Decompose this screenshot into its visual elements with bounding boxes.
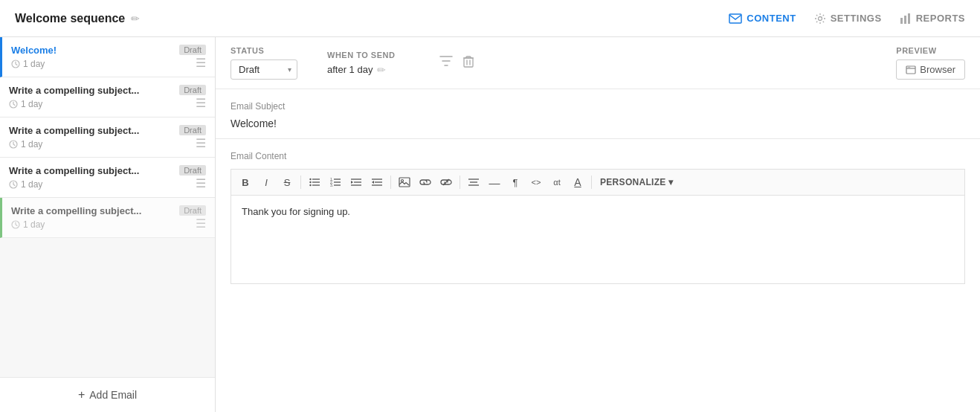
unlink-button[interactable] <box>436 173 456 192</box>
email-item[interactable]: Write a compelling subject... Draft 1 da… <box>0 158 215 198</box>
email-body[interactable]: Thank you for signing up. <box>231 195 965 284</box>
email-item-header: Welcome! Draft <box>11 45 206 56</box>
when-label: WHEN TO SEND <box>327 51 395 59</box>
strikethrough-button[interactable]: S <box>277 173 297 192</box>
italic-button[interactable]: I <box>257 173 276 192</box>
indent-button[interactable] <box>346 173 366 192</box>
hr-button[interactable]: — <box>485 173 504 192</box>
gear-icon <box>814 13 826 25</box>
email-item-header: Write a compelling subject... Draft <box>9 85 206 96</box>
clock-icon <box>9 140 18 149</box>
email-item[interactable]: Welcome! Draft 1 day ☰ <box>0 37 215 77</box>
svg-rect-3 <box>904 16 906 24</box>
code-button[interactable]: <> <box>526 173 546 192</box>
svg-point-14 <box>309 178 311 180</box>
email-item[interactable]: Write a compelling subject... Draft 1 da… <box>0 198 215 238</box>
main-layout: Welcome! Draft 1 day ☰ Write a compellin… <box>0 37 980 412</box>
svg-rect-32 <box>399 178 410 187</box>
link-icon <box>419 178 431 186</box>
draft-badge: Draft <box>179 45 206 55</box>
page-title: Welcome sequence <box>15 12 125 25</box>
subject-section: Email Subject <box>216 89 980 139</box>
drag-handle-icon[interactable]: ☰ <box>196 138 206 149</box>
status-section: STATUS Draft Active Paused ▾ <box>231 46 297 80</box>
bar-chart-icon <box>900 13 912 24</box>
clock-icon <box>9 100 18 109</box>
toolbar-sep-2 <box>390 176 391 189</box>
email-item[interactable]: Write a compelling subject... Draft 1 da… <box>0 118 215 158</box>
outdent-icon <box>372 178 382 187</box>
draft-badge: Draft <box>179 205 206 216</box>
toolbar-sep-1 <box>300 176 301 189</box>
delete-icon[interactable] <box>463 56 474 71</box>
align-icon <box>468 178 479 187</box>
status-select-wrapper: Draft Active Paused ▾ <box>231 59 297 80</box>
email-item-name: Write a compelling subject... <box>9 125 139 136</box>
ul-icon <box>309 178 320 187</box>
content-label: Email Content <box>231 151 965 161</box>
filter-icon[interactable] <box>439 56 453 71</box>
email-item-meta: 1 day <box>9 99 206 109</box>
status-select[interactable]: Draft Active Paused <box>231 59 297 80</box>
draft-badge: Draft <box>179 85 206 95</box>
nav-settings[interactable]: SETTINGS <box>814 13 882 25</box>
plus-icon: + <box>78 388 85 402</box>
personalize-button[interactable]: PERSONALIZE ▾ <box>596 176 677 189</box>
svg-point-1 <box>818 16 822 20</box>
when-value-text: after 1 day <box>327 64 373 75</box>
subject-input[interactable] <box>231 118 965 129</box>
edit-when-icon[interactable]: ✏ <box>377 64 386 76</box>
special-chars-button[interactable]: αt <box>547 173 567 192</box>
add-email-label: Add Email <box>89 389 137 401</box>
sidebar: Welcome! Draft 1 day ☰ Write a compellin… <box>0 37 216 412</box>
edit-title-icon[interactable]: ✏ <box>131 13 140 25</box>
svg-rect-0 <box>729 14 741 23</box>
unlink-icon <box>440 178 452 186</box>
toolbar-sep-3 <box>460 176 460 189</box>
preview-browser-button[interactable]: Browser <box>896 59 965 80</box>
drag-handle-icon[interactable]: ☰ <box>196 178 206 190</box>
align-button[interactable] <box>464 173 483 192</box>
email-item-name: Welcome! <box>11 45 57 56</box>
content-section: Email Content B I S 1.2.3. <box>216 139 980 284</box>
ol-icon: 1.2.3. <box>330 178 341 187</box>
drag-handle-icon[interactable]: ☰ <box>196 218 206 230</box>
nav-settings-label: SETTINGS <box>831 13 882 24</box>
paragraph-button[interactable]: ¶ <box>506 173 525 192</box>
svg-rect-11 <box>906 66 915 74</box>
font-button[interactable]: A <box>568 173 587 192</box>
email-item-header: Write a compelling subject... Draft <box>9 165 206 176</box>
nav-content-label: CONTENT <box>747 13 796 24</box>
bold-button[interactable]: B <box>236 173 255 192</box>
nav-reports[interactable]: REPORTS <box>900 13 965 24</box>
ordered-list-button[interactable]: 1.2.3. <box>326 173 345 192</box>
sidebar-filler <box>0 238 215 377</box>
drag-handle-icon[interactable]: ☰ <box>196 57 206 69</box>
clock-icon <box>11 220 20 229</box>
status-label: STATUS <box>231 46 297 55</box>
envelope-icon <box>729 13 742 24</box>
svg-rect-4 <box>908 13 910 24</box>
outdent-button[interactable] <box>367 173 387 192</box>
email-item-meta: 1 day <box>9 179 206 190</box>
nav-content[interactable]: CONTENT <box>729 13 796 24</box>
clock-icon <box>9 180 18 189</box>
svg-point-13 <box>909 66 910 67</box>
drag-handle-icon[interactable]: ☰ <box>196 97 206 109</box>
email-item-meta: 1 day <box>9 139 206 149</box>
svg-point-15 <box>309 181 311 183</box>
add-email-button[interactable]: + Add Email <box>0 377 215 412</box>
svg-point-12 <box>908 66 909 67</box>
top-nav: Welcome sequence ✏ CONTENT SETTINGS <box>0 0 980 37</box>
personalize-label: PERSONALIZE <box>600 177 666 187</box>
email-item[interactable]: Write a compelling subject... Draft 1 da… <box>0 77 215 118</box>
unordered-list-button[interactable] <box>305 173 324 192</box>
preview-btn-label: Browser <box>920 64 955 75</box>
link-button[interactable] <box>416 173 435 192</box>
body-text: Thank you for signing up. <box>242 206 350 217</box>
image-button[interactable] <box>395 173 414 192</box>
draft-badge: Draft <box>179 165 206 176</box>
svg-point-16 <box>309 184 311 186</box>
svg-text:3.: 3. <box>330 183 333 187</box>
image-icon <box>399 177 410 187</box>
